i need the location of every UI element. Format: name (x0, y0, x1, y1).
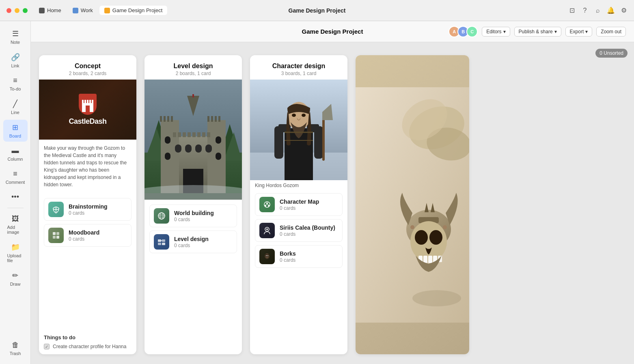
sidebar-item-column[interactable]: ▬ Column (3, 143, 28, 165)
moodboard-item[interactable]: Moodboard 0 cards (44, 224, 132, 247)
svg-rect-47 (216, 153, 221, 160)
svg-point-52 (144, 185, 242, 200)
editors-button[interactable]: Editors ▾ (482, 27, 510, 37)
svg-rect-46 (216, 136, 221, 144)
export-button[interactable]: Export ▾ (565, 27, 593, 37)
svg-rect-60 (158, 243, 161, 245)
svg-rect-10 (56, 232, 59, 235)
svg-rect-44 (165, 136, 170, 144)
world-building-item[interactable]: World building 0 cards (149, 205, 237, 227)
svg-rect-68 (274, 126, 283, 159)
boards-container: Concept 2 boards, 2 cards (39, 52, 624, 354)
castle-icon (80, 97, 95, 112)
svg-point-84 (266, 228, 268, 230)
board-level-title: Level design (151, 62, 235, 70)
borks-info: Borks 0 cards (280, 250, 296, 263)
moodboard-info: Moodboard 0 cards (69, 229, 99, 242)
svg-rect-3 (87, 100, 88, 104)
help-icon[interactable]: ? (581, 7, 589, 14)
svg-point-91 (412, 290, 461, 306)
svg-rect-45 (165, 153, 170, 160)
brainstorming-item[interactable]: Brainstorming 0 cards (44, 198, 132, 221)
svg-point-86 (265, 254, 267, 256)
board-level-design: Level design 2 boards, 1 card (144, 55, 242, 354)
todo-title: Things to do (44, 334, 132, 340)
search-icon[interactable]: ⌕ (594, 7, 602, 14)
svg-point-73 (292, 114, 296, 117)
svg-rect-38 (202, 132, 205, 137)
extra-image (356, 55, 469, 354)
svg-rect-40 (175, 144, 181, 153)
sidebar-label-upload: Upload file (7, 253, 24, 263)
titlebar-controls: ⊡ ? ⌕ 🔔 ⚙ (568, 7, 628, 14)
todo-text-1: Create character profile for Hanna (53, 344, 126, 349)
board-extra (356, 55, 469, 354)
titlebar: Home Work Game Design Project Game Desig… (0, 0, 634, 21)
sidebar-item-line[interactable]: ╱ Line (3, 96, 28, 118)
editors-label: Editors (486, 29, 501, 34)
header-right: A B C Editors ▾ Publish & share ▾ Export (449, 26, 626, 37)
sidebar-item-note[interactable]: ☰ Note (3, 26, 28, 48)
siriis-item[interactable]: Siriis Calea (Bounty) 0 cards (255, 219, 343, 242)
svg-rect-25 (164, 116, 166, 122)
level-design-name: Level design (174, 236, 209, 242)
todo-check-1[interactable] (44, 344, 50, 349)
level-design-item[interactable]: Level design 0 cards (149, 230, 237, 253)
upload-icon: 📁 (11, 243, 20, 252)
svg-rect-29 (211, 116, 213, 122)
svg-rect-33 (178, 132, 181, 137)
svg-line-82 (267, 204, 269, 205)
sidebar-item-add-image[interactable]: 🖼 Add image (3, 211, 28, 238)
king-label: King Hordos Gozom (250, 180, 347, 188)
maximize-button[interactable] (23, 8, 28, 13)
minimize-button[interactable] (15, 8, 19, 13)
borks-item[interactable]: Borks 0 cards (255, 245, 343, 268)
svg-point-98 (415, 230, 428, 245)
avatar-3: C (466, 26, 478, 37)
sidebar-label-comment: Comment (6, 180, 25, 185)
world-building-icon (154, 208, 169, 224)
brainstorming-info: Brainstorming 0 cards (69, 203, 108, 216)
todo-item-1: Create character profile for Hanna (44, 344, 132, 349)
settings-icon[interactable]: ⚙ (620, 7, 628, 14)
sidebar-item-more[interactable]: ••• (3, 190, 28, 205)
trash-icon: 🗑 (12, 341, 19, 349)
moodboard-svg (52, 231, 60, 240)
sidebar-item-link[interactable]: 🔗 Link (3, 50, 28, 71)
sidebar-item-upload[interactable]: 📁 Upload file (3, 239, 28, 266)
sidebar-item-trash[interactable]: 🗑 Trash (3, 338, 28, 359)
character-map-item[interactable]: Character Map 0 cards (255, 193, 343, 216)
svg-rect-32 (173, 132, 176, 137)
publish-button[interactable]: Publish & share ▾ (514, 27, 561, 37)
sidebar-label-todo: To-do (10, 86, 21, 91)
device-icon[interactable]: ⊡ (568, 7, 576, 14)
svg-rect-35 (188, 132, 191, 137)
tab-work[interactable]: Work (68, 6, 98, 15)
right-panel: Game Design Project A B C Editors ▾ Publ… (31, 21, 634, 364)
charmap-svg (263, 200, 272, 209)
tab-game-label: Game Design Project (112, 7, 163, 13)
warrior-svg (250, 80, 347, 180)
board-level-header: Level design 2 boards, 1 card (144, 55, 242, 80)
character-map-name: Character Map (280, 198, 319, 205)
svg-rect-102 (428, 256, 432, 263)
sidebar-item-comment[interactable]: ≡ Comment (3, 166, 28, 188)
bell-icon[interactable]: 🔔 (607, 7, 615, 14)
svg-rect-28 (207, 116, 209, 122)
zoom-out-button[interactable]: Zoom out (596, 27, 626, 37)
tab-game[interactable]: Game Design Project (99, 6, 168, 15)
tab-home[interactable]: Home (34, 6, 66, 15)
board-concept-items: Brainstorming 0 cards (39, 193, 136, 334)
sidebar-item-draw[interactable]: ✏ Draw (3, 268, 28, 290)
close-button[interactable] (6, 8, 11, 13)
tab-work-label: Work (81, 7, 93, 13)
character-map-icon (259, 197, 275, 212)
brainstorm-svg (52, 205, 60, 214)
moodboard-count: 0 cards (69, 236, 99, 242)
world-svg (157, 211, 166, 220)
board-character-title: Character design (257, 62, 341, 70)
sidebar-item-board[interactable]: ⊞ Board (3, 120, 28, 142)
sidebar-item-todo[interactable]: ≡ To-do (3, 73, 28, 95)
unsorted-button[interactable]: 0 Unsorted (595, 49, 628, 58)
svg-rect-43 (205, 144, 212, 153)
